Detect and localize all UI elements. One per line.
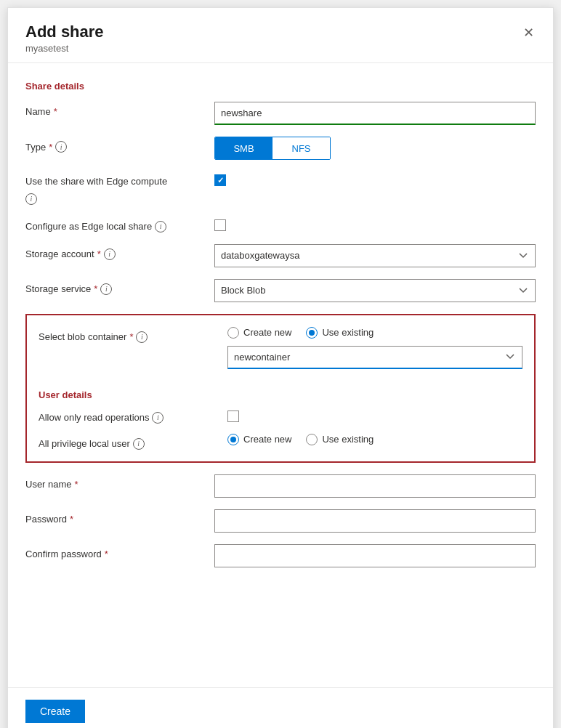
edge-compute-row: Use the share with Edge compute i bbox=[25, 171, 536, 205]
storage-account-row: Storage account * i databoxgatewaysa bbox=[25, 244, 536, 267]
allow-read-label: Allow only read operations i bbox=[39, 408, 227, 424]
blob-use-existing-radio[interactable] bbox=[306, 327, 318, 339]
user-details-section-label: User details bbox=[39, 389, 522, 400]
type-toggle-group: SMB NFS bbox=[214, 137, 331, 160]
privilege-user-radio-group: Create new Use existing bbox=[227, 434, 522, 445]
nfs-toggle-button[interactable]: NFS bbox=[273, 137, 330, 159]
blob-create-new-label: Create new bbox=[243, 327, 291, 338]
confirm-password-label: Confirm password * bbox=[25, 544, 214, 559]
dialog-footer: Create bbox=[8, 687, 553, 728]
edge-local-share-row: Configure as Edge local share i bbox=[25, 217, 536, 232]
confirm-password-required-star: * bbox=[105, 549, 108, 559]
confirm-password-row: Confirm password * bbox=[25, 544, 536, 567]
blob-container-row: Select blob container * i Create new Use… bbox=[39, 327, 522, 379]
confirm-password-input[interactable] bbox=[214, 544, 536, 567]
container-select[interactable]: newcontainer bbox=[227, 346, 522, 369]
edge-compute-info-icon[interactable]: i bbox=[25, 193, 37, 205]
blob-create-new-option[interactable]: Create new bbox=[227, 327, 291, 339]
container-dropdown-row: newcontainer bbox=[227, 346, 522, 369]
privilege-user-label: All privilege local user i bbox=[39, 434, 227, 450]
dialog-subtitle: myasetest bbox=[25, 43, 536, 54]
storage-service-info-icon[interactable]: i bbox=[100, 283, 112, 295]
edge-local-share-label: Configure as Edge local share i bbox=[25, 217, 214, 232]
blob-container-required-star: * bbox=[129, 331, 133, 342]
allow-read-checkbox[interactable] bbox=[227, 410, 239, 422]
password-label: Password * bbox=[25, 509, 214, 525]
username-label: User name * bbox=[25, 474, 214, 490]
storage-account-select[interactable]: databoxgatewaysa bbox=[214, 244, 536, 267]
name-row: Name * bbox=[25, 102, 536, 125]
blob-use-existing-label: Use existing bbox=[322, 327, 374, 338]
blob-create-new-radio[interactable] bbox=[227, 327, 239, 339]
privilege-create-new-label: Create new bbox=[243, 434, 291, 445]
privilege-create-new-option[interactable]: Create new bbox=[227, 434, 291, 445]
dialog-body: Share details Name * Type * i SMB NFS bbox=[8, 63, 553, 687]
username-required-star: * bbox=[75, 479, 78, 490]
allow-read-control bbox=[227, 408, 522, 422]
blob-use-existing-option[interactable]: Use existing bbox=[306, 327, 374, 339]
password-input[interactable] bbox=[214, 509, 536, 533]
privilege-user-control: Create new Use existing bbox=[227, 434, 522, 445]
smb-toggle-button[interactable]: SMB bbox=[215, 137, 273, 159]
add-share-dialog: Add share myasetest ✕ Share details Name… bbox=[7, 7, 554, 728]
username-control bbox=[214, 474, 536, 498]
blob-container-info-icon[interactable]: i bbox=[136, 331, 148, 343]
storage-account-label: Storage account * i bbox=[25, 244, 214, 260]
password-required-star: * bbox=[70, 514, 73, 525]
blob-container-radio-group: Create new Use existing bbox=[227, 327, 522, 339]
edge-local-share-checkbox[interactable] bbox=[214, 219, 226, 231]
username-row: User name * bbox=[25, 474, 536, 498]
edge-compute-label: Use the share with Edge compute i bbox=[25, 171, 214, 205]
name-control bbox=[214, 102, 536, 125]
type-required-star: * bbox=[49, 142, 52, 153]
password-control bbox=[214, 509, 536, 533]
blob-container-label: Select blob container * i bbox=[39, 327, 227, 343]
storage-service-control: Block Blob bbox=[214, 279, 536, 302]
dialog-title: Add share bbox=[25, 23, 536, 41]
blob-container-control: Create new Use existing newcontainer bbox=[227, 327, 522, 379]
close-button[interactable]: ✕ bbox=[518, 23, 538, 43]
type-label: Type * i bbox=[25, 137, 214, 153]
storage-account-info-icon[interactable]: i bbox=[104, 248, 116, 260]
type-row: Type * i SMB NFS bbox=[25, 137, 536, 160]
edge-compute-control bbox=[214, 171, 536, 186]
name-required-star: * bbox=[54, 106, 57, 117]
storage-service-required-star: * bbox=[94, 283, 97, 294]
storage-service-select[interactable]: Block Blob bbox=[214, 279, 536, 302]
edge-local-share-control bbox=[214, 217, 536, 231]
highlight-section: Select blob container * i Create new Use… bbox=[25, 314, 536, 463]
privilege-use-existing-option[interactable]: Use existing bbox=[306, 434, 374, 445]
allow-read-row: Allow only read operations i bbox=[39, 408, 522, 424]
privilege-user-info-icon[interactable]: i bbox=[133, 438, 145, 450]
privilege-user-row: All privilege local user i Create new Us… bbox=[39, 434, 522, 450]
share-details-section-label: Share details bbox=[25, 81, 536, 92]
type-info-icon[interactable]: i bbox=[55, 141, 67, 153]
password-row: Password * bbox=[25, 509, 536, 533]
username-input[interactable] bbox=[214, 474, 536, 498]
privilege-use-existing-label: Use existing bbox=[322, 434, 374, 445]
storage-service-label: Storage service * i bbox=[25, 279, 214, 295]
name-input[interactable] bbox=[214, 102, 536, 125]
dialog-header: Add share myasetest ✕ bbox=[8, 8, 553, 63]
privilege-create-new-radio[interactable] bbox=[227, 434, 239, 445]
allow-read-info-icon[interactable]: i bbox=[152, 412, 164, 424]
storage-service-row: Storage service * i Block Blob bbox=[25, 279, 536, 302]
name-label: Name * bbox=[25, 102, 214, 117]
edge-compute-checkbox[interactable] bbox=[214, 174, 226, 186]
privilege-use-existing-radio[interactable] bbox=[306, 434, 318, 445]
type-control: SMB NFS bbox=[214, 137, 536, 160]
create-button[interactable]: Create bbox=[25, 700, 85, 723]
confirm-password-control bbox=[214, 544, 536, 567]
storage-account-required-star: * bbox=[97, 248, 101, 259]
storage-account-control: databoxgatewaysa bbox=[214, 244, 536, 267]
edge-local-share-info-icon[interactable]: i bbox=[155, 221, 166, 232]
